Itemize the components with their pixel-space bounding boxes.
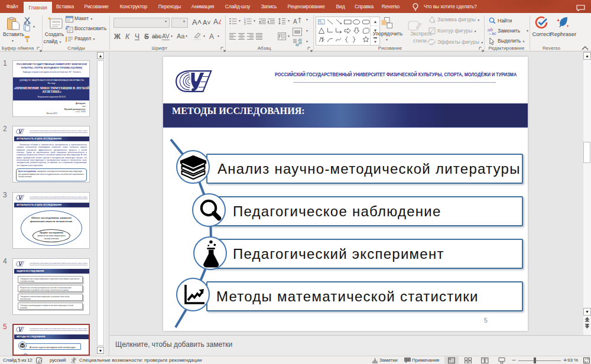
- svg-text:→ac: →ac: [488, 31, 496, 35]
- svg-text:A: A: [293, 18, 297, 25]
- svg-text:3: 3: [244, 22, 246, 25]
- svg-text:A: A: [213, 18, 218, 26]
